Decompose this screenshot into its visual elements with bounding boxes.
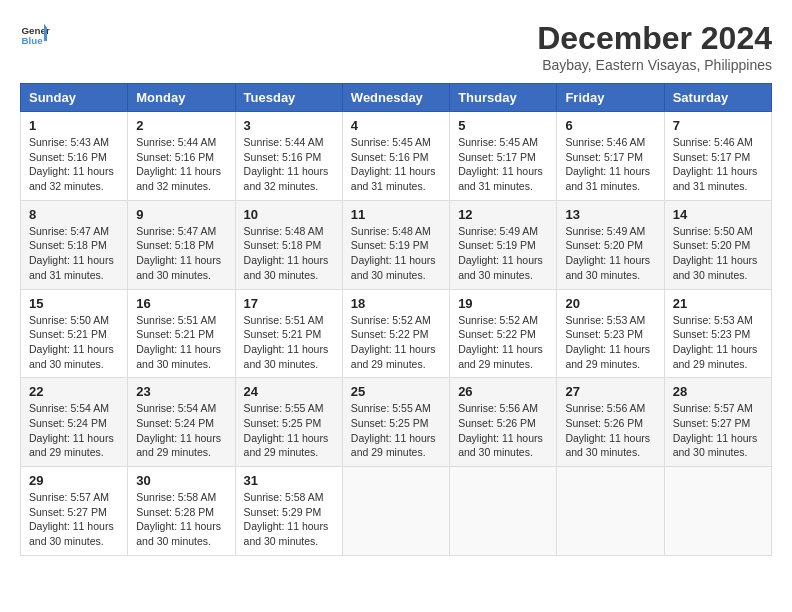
day-info: Sunrise: 5:51 AM Sunset: 5:21 PM Dayligh… bbox=[136, 313, 226, 372]
day-number: 23 bbox=[136, 384, 226, 399]
day-info: Sunrise: 5:45 AM Sunset: 5:16 PM Dayligh… bbox=[351, 135, 441, 194]
title-area: December 2024 Baybay, Eastern Visayas, P… bbox=[537, 20, 772, 73]
day-cell: 24Sunrise: 5:55 AM Sunset: 5:25 PM Dayli… bbox=[235, 378, 342, 467]
day-info: Sunrise: 5:43 AM Sunset: 5:16 PM Dayligh… bbox=[29, 135, 119, 194]
day-number: 31 bbox=[244, 473, 334, 488]
day-info: Sunrise: 5:53 AM Sunset: 5:23 PM Dayligh… bbox=[565, 313, 655, 372]
day-info: Sunrise: 5:53 AM Sunset: 5:23 PM Dayligh… bbox=[673, 313, 763, 372]
day-cell: 10Sunrise: 5:48 AM Sunset: 5:18 PM Dayli… bbox=[235, 200, 342, 289]
day-info: Sunrise: 5:47 AM Sunset: 5:18 PM Dayligh… bbox=[29, 224, 119, 283]
day-info: Sunrise: 5:50 AM Sunset: 5:20 PM Dayligh… bbox=[673, 224, 763, 283]
day-cell: 16Sunrise: 5:51 AM Sunset: 5:21 PM Dayli… bbox=[128, 289, 235, 378]
day-number: 11 bbox=[351, 207, 441, 222]
day-number: 2 bbox=[136, 118, 226, 133]
day-cell: 15Sunrise: 5:50 AM Sunset: 5:21 PM Dayli… bbox=[21, 289, 128, 378]
day-info: Sunrise: 5:46 AM Sunset: 5:17 PM Dayligh… bbox=[565, 135, 655, 194]
day-cell: 30Sunrise: 5:58 AM Sunset: 5:28 PM Dayli… bbox=[128, 467, 235, 556]
day-info: Sunrise: 5:48 AM Sunset: 5:18 PM Dayligh… bbox=[244, 224, 334, 283]
week-row-2: 8Sunrise: 5:47 AM Sunset: 5:18 PM Daylig… bbox=[21, 200, 772, 289]
day-info: Sunrise: 5:46 AM Sunset: 5:17 PM Dayligh… bbox=[673, 135, 763, 194]
day-number: 10 bbox=[244, 207, 334, 222]
day-info: Sunrise: 5:44 AM Sunset: 5:16 PM Dayligh… bbox=[244, 135, 334, 194]
header-wednesday: Wednesday bbox=[342, 84, 449, 112]
day-number: 27 bbox=[565, 384, 655, 399]
day-cell: 12Sunrise: 5:49 AM Sunset: 5:19 PM Dayli… bbox=[450, 200, 557, 289]
header-row: Sunday Monday Tuesday Wednesday Thursday… bbox=[21, 84, 772, 112]
day-info: Sunrise: 5:51 AM Sunset: 5:21 PM Dayligh… bbox=[244, 313, 334, 372]
day-cell: 9Sunrise: 5:47 AM Sunset: 5:18 PM Daylig… bbox=[128, 200, 235, 289]
day-cell bbox=[450, 467, 557, 556]
header-saturday: Saturday bbox=[664, 84, 771, 112]
week-row-5: 29Sunrise: 5:57 AM Sunset: 5:27 PM Dayli… bbox=[21, 467, 772, 556]
day-cell: 29Sunrise: 5:57 AM Sunset: 5:27 PM Dayli… bbox=[21, 467, 128, 556]
day-info: Sunrise: 5:48 AM Sunset: 5:19 PM Dayligh… bbox=[351, 224, 441, 283]
day-info: Sunrise: 5:55 AM Sunset: 5:25 PM Dayligh… bbox=[351, 401, 441, 460]
day-info: Sunrise: 5:49 AM Sunset: 5:20 PM Dayligh… bbox=[565, 224, 655, 283]
day-info: Sunrise: 5:47 AM Sunset: 5:18 PM Dayligh… bbox=[136, 224, 226, 283]
day-cell: 28Sunrise: 5:57 AM Sunset: 5:27 PM Dayli… bbox=[664, 378, 771, 467]
day-number: 15 bbox=[29, 296, 119, 311]
day-number: 21 bbox=[673, 296, 763, 311]
day-number: 28 bbox=[673, 384, 763, 399]
day-number: 24 bbox=[244, 384, 334, 399]
day-cell: 21Sunrise: 5:53 AM Sunset: 5:23 PM Dayli… bbox=[664, 289, 771, 378]
day-info: Sunrise: 5:52 AM Sunset: 5:22 PM Dayligh… bbox=[351, 313, 441, 372]
day-info: Sunrise: 5:58 AM Sunset: 5:29 PM Dayligh… bbox=[244, 490, 334, 549]
day-cell: 8Sunrise: 5:47 AM Sunset: 5:18 PM Daylig… bbox=[21, 200, 128, 289]
day-number: 26 bbox=[458, 384, 548, 399]
week-row-3: 15Sunrise: 5:50 AM Sunset: 5:21 PM Dayli… bbox=[21, 289, 772, 378]
day-cell: 19Sunrise: 5:52 AM Sunset: 5:22 PM Dayli… bbox=[450, 289, 557, 378]
day-number: 9 bbox=[136, 207, 226, 222]
header-tuesday: Tuesday bbox=[235, 84, 342, 112]
day-number: 12 bbox=[458, 207, 548, 222]
day-cell: 26Sunrise: 5:56 AM Sunset: 5:26 PM Dayli… bbox=[450, 378, 557, 467]
week-row-4: 22Sunrise: 5:54 AM Sunset: 5:24 PM Dayli… bbox=[21, 378, 772, 467]
day-info: Sunrise: 5:58 AM Sunset: 5:28 PM Dayligh… bbox=[136, 490, 226, 549]
day-number: 3 bbox=[244, 118, 334, 133]
header-friday: Friday bbox=[557, 84, 664, 112]
day-cell bbox=[342, 467, 449, 556]
logo: General Blue bbox=[20, 20, 50, 50]
day-number: 17 bbox=[244, 296, 334, 311]
day-cell: 5Sunrise: 5:45 AM Sunset: 5:17 PM Daylig… bbox=[450, 112, 557, 201]
header-sunday: Sunday bbox=[21, 84, 128, 112]
day-cell: 11Sunrise: 5:48 AM Sunset: 5:19 PM Dayli… bbox=[342, 200, 449, 289]
day-info: Sunrise: 5:56 AM Sunset: 5:26 PM Dayligh… bbox=[458, 401, 548, 460]
logo-icon: General Blue bbox=[20, 20, 50, 50]
day-number: 18 bbox=[351, 296, 441, 311]
day-number: 1 bbox=[29, 118, 119, 133]
day-number: 5 bbox=[458, 118, 548, 133]
day-cell: 22Sunrise: 5:54 AM Sunset: 5:24 PM Dayli… bbox=[21, 378, 128, 467]
day-info: Sunrise: 5:49 AM Sunset: 5:19 PM Dayligh… bbox=[458, 224, 548, 283]
day-info: Sunrise: 5:45 AM Sunset: 5:17 PM Dayligh… bbox=[458, 135, 548, 194]
day-info: Sunrise: 5:57 AM Sunset: 5:27 PM Dayligh… bbox=[29, 490, 119, 549]
day-number: 25 bbox=[351, 384, 441, 399]
day-cell: 13Sunrise: 5:49 AM Sunset: 5:20 PM Dayli… bbox=[557, 200, 664, 289]
day-cell: 6Sunrise: 5:46 AM Sunset: 5:17 PM Daylig… bbox=[557, 112, 664, 201]
day-number: 6 bbox=[565, 118, 655, 133]
day-number: 8 bbox=[29, 207, 119, 222]
day-info: Sunrise: 5:52 AM Sunset: 5:22 PM Dayligh… bbox=[458, 313, 548, 372]
day-cell bbox=[557, 467, 664, 556]
svg-text:Blue: Blue bbox=[22, 35, 44, 46]
location-subtitle: Baybay, Eastern Visayas, Philippines bbox=[537, 57, 772, 73]
day-info: Sunrise: 5:44 AM Sunset: 5:16 PM Dayligh… bbox=[136, 135, 226, 194]
week-row-1: 1Sunrise: 5:43 AM Sunset: 5:16 PM Daylig… bbox=[21, 112, 772, 201]
day-number: 13 bbox=[565, 207, 655, 222]
day-cell: 20Sunrise: 5:53 AM Sunset: 5:23 PM Dayli… bbox=[557, 289, 664, 378]
header-monday: Monday bbox=[128, 84, 235, 112]
day-cell: 3Sunrise: 5:44 AM Sunset: 5:16 PM Daylig… bbox=[235, 112, 342, 201]
day-number: 19 bbox=[458, 296, 548, 311]
day-number: 20 bbox=[565, 296, 655, 311]
day-info: Sunrise: 5:54 AM Sunset: 5:24 PM Dayligh… bbox=[136, 401, 226, 460]
day-number: 22 bbox=[29, 384, 119, 399]
day-number: 4 bbox=[351, 118, 441, 133]
day-info: Sunrise: 5:50 AM Sunset: 5:21 PM Dayligh… bbox=[29, 313, 119, 372]
day-cell: 18Sunrise: 5:52 AM Sunset: 5:22 PM Dayli… bbox=[342, 289, 449, 378]
day-cell: 25Sunrise: 5:55 AM Sunset: 5:25 PM Dayli… bbox=[342, 378, 449, 467]
calendar-table: Sunday Monday Tuesday Wednesday Thursday… bbox=[20, 83, 772, 556]
day-number: 14 bbox=[673, 207, 763, 222]
day-cell: 17Sunrise: 5:51 AM Sunset: 5:21 PM Dayli… bbox=[235, 289, 342, 378]
day-number: 30 bbox=[136, 473, 226, 488]
day-number: 7 bbox=[673, 118, 763, 133]
